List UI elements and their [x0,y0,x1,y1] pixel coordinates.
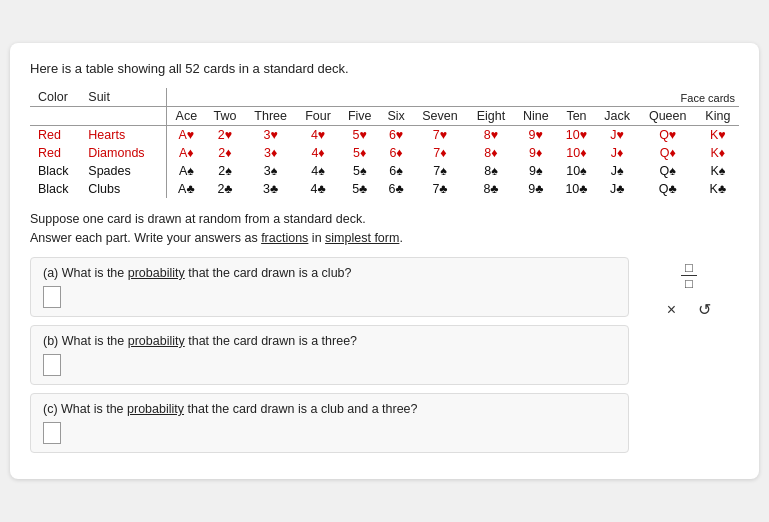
cell-card: Q♦ [639,144,697,162]
col-seven: Seven [412,106,467,125]
cell-card: 4♠ [297,162,340,180]
col-eight: Eight [468,106,515,125]
cell-card: 6♥ [380,125,412,144]
value-cols-spacer [167,88,596,107]
cell-card: 2♥ [205,125,244,144]
cell-card: J♦ [596,144,639,162]
table-row: BlackSpadesA♠2♠3♠4♠5♠6♠7♠8♠9♠10♠J♠Q♠K♠ [30,162,739,180]
cell-card: 8♦ [468,144,515,162]
col-three: Three [245,106,297,125]
cell-card: 8♠ [468,162,515,180]
cell-card: K♣ [697,180,739,198]
col-ace: Ace [167,106,205,125]
suppose-line-2: Answer each part. Write your answers as … [30,231,403,245]
cell-card: K♦ [697,144,739,162]
blank-suit [84,106,167,125]
fraction-icon: □ □ [681,261,697,290]
face-cards-label: Face cards [596,88,739,107]
cell-card: 4♣ [297,180,340,198]
question-b-block: (b) What is the probability that the car… [30,325,629,385]
cell-card: 10♥ [557,125,595,144]
cell-suit: Diamonds [84,144,167,162]
cell-card: 9♣ [514,180,557,198]
cell-card: 7♦ [412,144,467,162]
cell-card: 3♥ [245,125,297,144]
question-c-text: (c) What is the probability that the car… [43,402,616,416]
cell-card: 2♠ [205,162,244,180]
cell-card: 6♦ [380,144,412,162]
cell-card: 9♥ [514,125,557,144]
cell-card: K♠ [697,162,739,180]
cell-suit: Clubs [84,180,167,198]
cell-card: 3♣ [245,180,297,198]
suppose-text: Suppose one card is drawn at random from… [30,210,739,248]
col-ten: Ten [557,106,595,125]
side-panel: □ □ × ↺ [639,257,739,321]
col-nine: Nine [514,106,557,125]
col-six: Six [380,106,412,125]
question-a-answer[interactable] [43,286,61,308]
cell-color: Red [30,125,84,144]
table-row: RedHeartsA♥2♥3♥4♥5♥6♥7♥8♥9♥10♥J♥Q♥K♥ [30,125,739,144]
table-row: RedDiamondsA♦2♦3♦4♦5♦6♦7♦8♦9♦10♦J♦Q♦K♦ [30,144,739,162]
questions-left: (a) What is the probability that the car… [30,257,629,461]
cell-card: 4♦ [297,144,340,162]
header-row: Color Suit Face cards [30,88,739,107]
cell-card: A♣ [167,180,205,198]
question-b-text: (b) What is the probability that the car… [43,334,616,348]
cell-card: 10♦ [557,144,595,162]
cell-card: 9♦ [514,144,557,162]
cell-card: 5♥ [340,125,380,144]
cell-card: J♣ [596,180,639,198]
col-king: King [697,106,739,125]
cell-card: A♥ [167,125,205,144]
side-buttons: × ↺ [661,298,717,321]
cell-card: 6♣ [380,180,412,198]
card-table-wrapper: Color Suit Face cards Ace Two Three Four… [30,88,739,198]
cell-color: Red [30,144,84,162]
cell-card: Q♠ [639,162,697,180]
question-c-block: (c) What is the probability that the car… [30,393,629,453]
intro-text: Here is a table showing all 52 cards in … [30,61,739,76]
card-table: Color Suit Face cards Ace Two Three Four… [30,88,739,198]
cell-suit: Hearts [84,125,167,144]
question-c-answer[interactable] [43,422,61,444]
cell-card: Q♣ [639,180,697,198]
cell-card: A♠ [167,162,205,180]
close-button[interactable]: × [661,299,682,321]
refresh-button[interactable]: ↺ [692,298,717,321]
cell-card: 9♠ [514,162,557,180]
blank-color [30,106,84,125]
cell-card: 10♠ [557,162,595,180]
col-color-header: Color [30,88,84,107]
question-a-block: (a) What is the probability that the car… [30,257,629,317]
cell-card: 10♣ [557,180,595,198]
cell-card: K♥ [697,125,739,144]
col-five: Five [340,106,380,125]
cell-card: 6♠ [380,162,412,180]
col-queen: Queen [639,106,697,125]
fraction-denominator: □ [681,277,697,290]
cell-card: A♦ [167,144,205,162]
cell-card: 2♣ [205,180,244,198]
cell-card: 7♥ [412,125,467,144]
cell-card: 7♠ [412,162,467,180]
cell-card: 5♠ [340,162,380,180]
suppose-line-1: Suppose one card is drawn at random from… [30,212,366,226]
cell-card: J♥ [596,125,639,144]
cell-card: 2♦ [205,144,244,162]
question-b-answer[interactable] [43,354,61,376]
cell-card: 8♣ [468,180,515,198]
col-jack: Jack [596,106,639,125]
cell-card: 7♣ [412,180,467,198]
fraction-numerator: □ [681,261,697,276]
table-row: BlackClubsA♣2♣3♣4♣5♣6♣7♣8♣9♣10♣J♣Q♣K♣ [30,180,739,198]
col-two: Two [205,106,244,125]
cell-card: 5♣ [340,180,380,198]
cell-suit: Spades [84,162,167,180]
col-four: Four [297,106,340,125]
questions-area: (a) What is the probability that the car… [30,257,739,461]
cell-color: Black [30,162,84,180]
page-container: Here is a table showing all 52 cards in … [10,43,759,480]
cell-card: 3♦ [245,144,297,162]
